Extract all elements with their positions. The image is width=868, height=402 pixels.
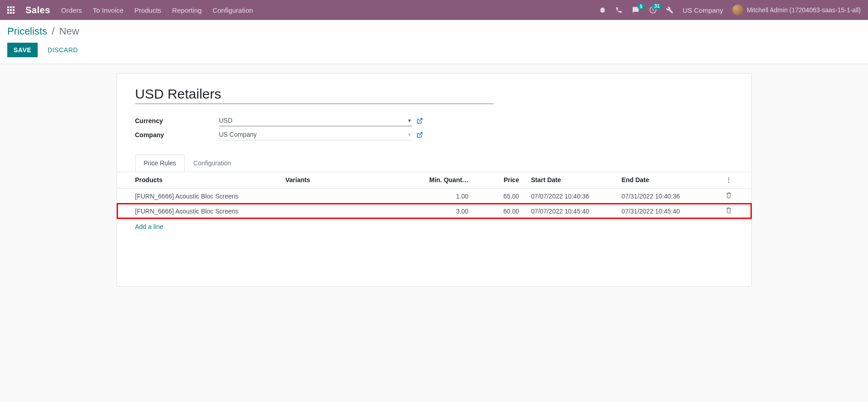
- form-sheet: Currency ▼ Company ▼: [117, 73, 752, 287]
- tabs: Price Rules Configuration: [117, 154, 751, 172]
- cell-start-date[interactable]: 07/07/2022 10:40:36: [523, 189, 618, 204]
- save-button[interactable]: SAVE: [7, 43, 38, 57]
- control-panel: Pricelists / New SAVE DISCARD: [0, 20, 868, 64]
- breadcrumb-parent[interactable]: Pricelists: [7, 25, 47, 37]
- company-external-link-icon[interactable]: [417, 132, 423, 138]
- company-field[interactable]: [219, 131, 407, 138]
- cell-end-date[interactable]: 07/31/2022 10:40:36: [618, 189, 713, 204]
- currency-label: Currency: [135, 117, 219, 124]
- messages-icon[interactable]: 5: [632, 6, 640, 14]
- cell-price[interactable]: 60.00: [472, 203, 523, 218]
- cell-product[interactable]: [FURN_6666] Acoustic Bloc Screens: [117, 203, 282, 218]
- debug-icon[interactable]: [599, 6, 606, 14]
- tools-icon[interactable]: [666, 6, 673, 14]
- breadcrumb: Pricelists / New: [7, 25, 861, 37]
- th-start-date[interactable]: Start Date: [523, 172, 618, 189]
- table-row[interactable]: [FURN_6666] Acoustic Bloc Screens 1.00 6…: [117, 189, 751, 204]
- pricelist-name-input[interactable]: [135, 84, 494, 104]
- activities-badge: 31: [652, 3, 662, 9]
- tab-price-rules[interactable]: Price Rules: [135, 154, 185, 172]
- table-row[interactable]: [FURN_6666] Acoustic Bloc Screens 3.00 6…: [117, 203, 751, 218]
- th-end-date[interactable]: End Date: [618, 172, 713, 189]
- currency-field[interactable]: [219, 117, 407, 124]
- currency-external-link-icon[interactable]: [417, 118, 423, 124]
- nav-orders[interactable]: Orders: [61, 6, 82, 14]
- discard-button[interactable]: DISCARD: [41, 43, 84, 57]
- chevron-down-icon[interactable]: ▼: [407, 132, 412, 137]
- nav-products[interactable]: Products: [134, 6, 161, 14]
- activities-icon[interactable]: 31: [649, 6, 657, 14]
- chevron-down-icon[interactable]: ▼: [407, 118, 412, 123]
- cell-start-date[interactable]: 07/07/2022 10:45:40: [523, 203, 618, 218]
- add-line-link[interactable]: Add a line: [117, 218, 751, 235]
- user-avatar: [732, 5, 743, 15]
- company-label: Company: [135, 131, 219, 139]
- cell-variants[interactable]: [282, 189, 396, 204]
- nav-configuration[interactable]: Configuration: [212, 6, 253, 14]
- cell-product[interactable]: [FURN_6666] Acoustic Bloc Screens: [117, 189, 282, 204]
- company-selector[interactable]: US Company: [682, 6, 723, 14]
- th-options-icon[interactable]: ⋮: [713, 172, 751, 189]
- top-navbar: Sales Orders To Invoice Products Reporti…: [0, 0, 868, 20]
- user-menu[interactable]: Mitchell Admin (17204063-saas-15-1-all): [732, 5, 861, 15]
- breadcrumb-separator: /: [52, 25, 54, 37]
- cell-min-qty[interactable]: 3.00: [396, 203, 472, 218]
- nav-reporting[interactable]: Reporting: [172, 6, 201, 14]
- cell-end-date[interactable]: 07/31/2022 10:45:40: [618, 203, 713, 218]
- user-name: Mitchell Admin (17204063-saas-15-1-all): [747, 6, 861, 14]
- price-rules-table: Products Variants Min. Quant… Price Star…: [117, 172, 751, 218]
- apps-icon[interactable]: [7, 6, 15, 14]
- th-price[interactable]: Price: [472, 172, 523, 189]
- delete-row-icon[interactable]: [713, 203, 751, 218]
- delete-row-icon[interactable]: [713, 189, 751, 204]
- messages-badge: 5: [638, 4, 645, 10]
- tab-configuration[interactable]: Configuration: [185, 154, 240, 172]
- th-variants[interactable]: Variants: [282, 172, 396, 189]
- phone-icon[interactable]: [615, 6, 623, 14]
- cell-variants[interactable]: [282, 203, 396, 218]
- th-products[interactable]: Products: [117, 172, 282, 189]
- th-min-qty[interactable]: Min. Quant…: [396, 172, 472, 189]
- breadcrumb-current: New: [59, 25, 79, 37]
- cell-min-qty[interactable]: 1.00: [396, 189, 472, 204]
- cell-price[interactable]: 65.00: [472, 189, 523, 204]
- app-brand[interactable]: Sales: [25, 5, 50, 15]
- nav-to-invoice[interactable]: To Invoice: [93, 6, 124, 14]
